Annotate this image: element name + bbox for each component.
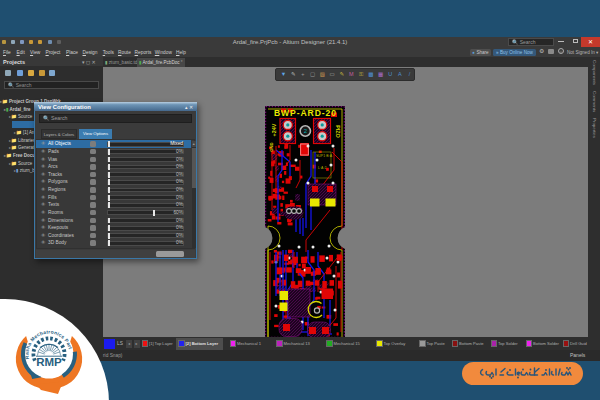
svg-text:GND: GND xyxy=(269,142,274,151)
svg-text:+24V: +24V xyxy=(271,123,277,136)
svg-text:PIZO: PIZO xyxy=(335,125,341,138)
svg-text:BWP-ARD-20: BWP-ARD-20 xyxy=(274,108,336,118)
svg-text:SUP1·B·A: SUP1·B·A xyxy=(316,154,333,158)
svg-text:RMP: RMP xyxy=(36,356,62,368)
svg-text:L·A·2: L·A·2 xyxy=(318,166,327,170)
